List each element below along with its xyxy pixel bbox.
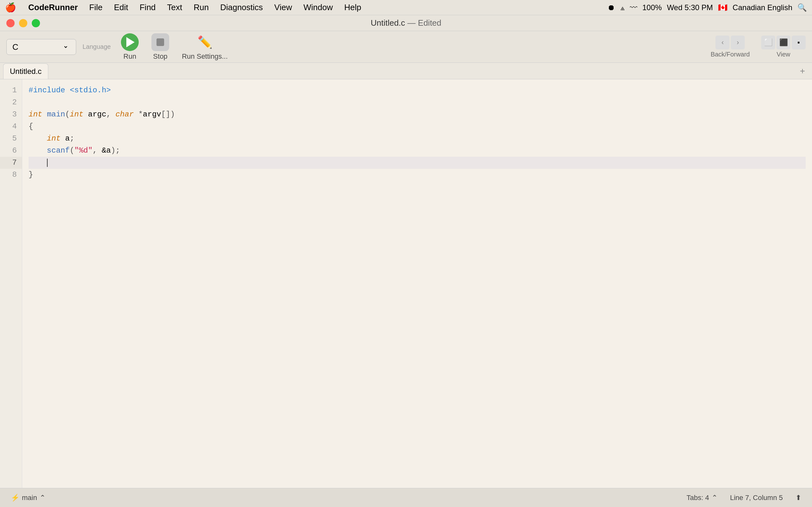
menu-find[interactable]: Find <box>138 1 158 14</box>
line-numbers: 1 2 3 4 5 6 7 8 <box>0 79 22 488</box>
stop-label: Stop <box>153 52 167 61</box>
menu-text[interactable]: Text <box>165 1 184 14</box>
code-line-6: scanf("%d", &a); <box>29 145 806 157</box>
run-button[interactable]: Run <box>117 32 143 62</box>
window-controls <box>6 19 40 27</box>
function-chevron: ⌃ <box>40 494 45 502</box>
language-label: Canadian English <box>733 3 792 12</box>
minimize-button[interactable] <box>19 19 27 27</box>
search-icon[interactable]: 🔍 <box>797 3 807 12</box>
code-editor[interactable]: #include <stdio.h> int main(int argc, ch… <box>22 79 812 488</box>
back-button[interactable]: ‹ <box>715 36 729 50</box>
line-number-8: 8 <box>0 169 22 181</box>
editor: 1 2 3 4 5 6 7 8 #include <stdio.h> int m… <box>0 79 812 488</box>
menu-edit[interactable]: Edit <box>112 1 130 14</box>
add-tab-button[interactable]: + <box>796 64 809 78</box>
document-title: Untitled.c — Edited <box>371 18 442 28</box>
code-line-4: { <box>29 121 806 133</box>
code-line-3: int main(int argc, char *argv[]) <box>29 109 806 121</box>
battery-indicator: 100% <box>643 3 662 12</box>
position-label: Line 7, Column 5 <box>730 494 783 502</box>
menu-run[interactable]: Run <box>192 1 211 14</box>
function-icon: ⚡ <box>11 494 19 502</box>
tabs-chevron: ⌃ <box>712 494 717 502</box>
view-label: View <box>777 51 791 58</box>
line-number-4: 4 <box>0 121 22 133</box>
titlebar: Untitled.c — Edited <box>0 15 812 31</box>
close-button[interactable] <box>6 19 15 27</box>
menu-window[interactable]: Window <box>302 1 335 14</box>
run-label: Run <box>123 52 136 61</box>
line-number-5: 5 <box>0 133 22 145</box>
nav-arrows: ‹ › <box>715 36 745 50</box>
record-indicator: ⏺ <box>607 3 615 12</box>
line-number-7: 7 <box>0 157 22 169</box>
tabs-label: Tabs: 4 <box>687 494 709 502</box>
run-icon <box>121 33 139 51</box>
code-line-7 <box>29 157 806 169</box>
toolbar: C C++ Python Java Language Run Stop ✏️ R… <box>0 31 812 63</box>
view-button-1[interactable]: ⬜ <box>761 36 775 50</box>
menu-file[interactable]: File <box>87 1 104 14</box>
line-number-3: 3 <box>0 109 22 121</box>
settings-label: Run Settings... <box>182 52 228 61</box>
code-line-1: #include <stdio.h> <box>29 84 806 97</box>
code-line-5: int a; <box>29 133 806 145</box>
tabbar: Untitled.c + <box>0 63 812 79</box>
code-line-8: } <box>29 169 806 181</box>
run-settings-button[interactable]: ✏️ Run Settings... <box>178 32 231 62</box>
tab-untitled-c[interactable]: Untitled.c <box>3 63 48 79</box>
menu-view[interactable]: View <box>272 1 294 14</box>
bluetooth-icon: ⟁ <box>620 3 625 12</box>
function-name: main <box>22 494 37 502</box>
menu-help[interactable]: Help <box>342 1 363 14</box>
view-buttons: ⬜ ⬛ ▪ <box>761 36 806 50</box>
tabs-indicator[interactable]: Tabs: 4 ⌃ <box>684 492 720 503</box>
statusbar: ⚡ main ⌃ Tabs: 4 ⌃ Line 7, Column 5 ⬆ <box>0 488 812 507</box>
line-number-6: 6 <box>0 145 22 157</box>
menubar: 🍎 CodeRunner File Edit Find Text Run Dia… <box>0 0 812 15</box>
back-forward-label: Back/Forward <box>711 51 750 58</box>
function-indicator[interactable]: ⚡ main ⌃ <box>8 492 49 503</box>
menubar-right: ⏺ ⟁ 〰 100% Wed 5:30 PM 🇨🇦 Canadian Engli… <box>607 3 807 12</box>
position-indicator[interactable]: Line 7, Column 5 <box>727 492 786 503</box>
settings-icon: ✏️ <box>196 33 214 51</box>
scroll-up-icon: ⬆ <box>796 494 801 502</box>
wifi-icon: 〰 <box>630 3 637 12</box>
language-selector[interactable]: C C++ Python Java <box>6 39 76 55</box>
flag-icon: 🇨🇦 <box>718 3 727 12</box>
stop-icon <box>151 33 169 51</box>
line-number-1: 1 <box>0 84 22 97</box>
view-button-3[interactable]: ▪ <box>792 36 806 50</box>
maximize-button[interactable] <box>32 19 40 27</box>
datetime: Wed 5:30 PM <box>667 3 713 12</box>
line-number-2: 2 <box>0 97 22 109</box>
menu-diagnostics[interactable]: Diagnostics <box>218 1 265 14</box>
view-button-2[interactable]: ⬛ <box>776 36 791 50</box>
menu-coderunner[interactable]: CodeRunner <box>26 1 80 14</box>
code-line-2 <box>29 97 806 109</box>
language-dropdown[interactable]: C C++ Python Java <box>11 42 68 52</box>
stop-button[interactable]: Stop <box>148 32 173 62</box>
apple-menu-icon[interactable]: 🍎 <box>5 2 16 13</box>
scroll-up-button[interactable]: ⬆ <box>792 492 804 503</box>
forward-button[interactable]: › <box>731 36 745 50</box>
